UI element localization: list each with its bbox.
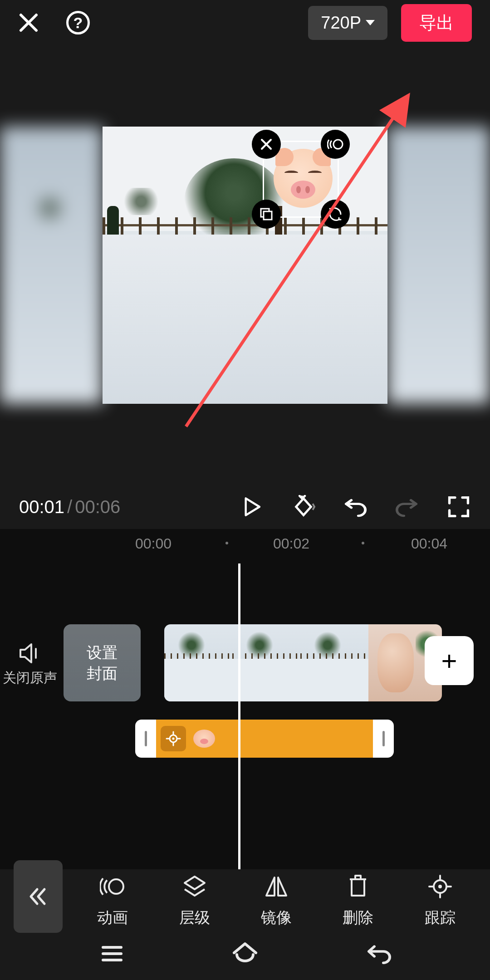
clip-thumbnail[interactable]: [300, 624, 368, 701]
tool-label: 动画: [97, 907, 128, 928]
tool-label: 跟踪: [425, 907, 456, 928]
redo-icon: [395, 495, 419, 519]
header: ? 720P 导出: [0, 0, 490, 45]
time-ruler[interactable]: 00:00 00:02 00:04: [0, 535, 490, 558]
back-icon: [363, 939, 392, 968]
system-nav-bar: [0, 927, 490, 980]
trash-icon: [345, 874, 371, 899]
tool-delete[interactable]: 删除: [343, 874, 373, 928]
tool-track[interactable]: 跟踪: [425, 874, 456, 928]
speaker-icon: [19, 643, 41, 663]
preview-blur-left: [0, 127, 103, 404]
menu-icon: [98, 939, 127, 968]
cover-label-line1: 设置: [87, 642, 118, 663]
animation-icon: [100, 874, 125, 899]
keyframe-icon: [292, 495, 315, 519]
sticker-clip-body[interactable]: [156, 720, 373, 758]
ruler-tick: 00:02: [273, 535, 309, 552]
sticker-selection-box[interactable]: [252, 130, 350, 229]
ruler-dot: [362, 542, 364, 544]
keyframe-button[interactable]: [291, 495, 316, 519]
play-button[interactable]: [240, 495, 264, 519]
redo-button[interactable]: [395, 495, 419, 519]
close-icon: [260, 137, 273, 151]
svg-point-5: [172, 738, 175, 740]
mirror-icon: [264, 874, 289, 899]
nav-recents-button[interactable]: [98, 939, 127, 968]
transport-bar: 00:01 / 00:06: [0, 486, 490, 527]
ruler-tick: 00:00: [135, 535, 172, 552]
play-icon: [241, 496, 263, 518]
fullscreen-icon: [448, 496, 470, 518]
mute-label: 关闭原声: [3, 669, 57, 687]
mute-original-audio-button[interactable]: 关闭原声: [3, 643, 57, 687]
ruler-tick: 00:04: [411, 535, 447, 552]
home-icon: [230, 939, 260, 968]
chevron-left-double-icon: [28, 887, 48, 906]
sticker-copy-handle[interactable]: [252, 200, 281, 229]
resolution-label: 720P: [321, 13, 361, 33]
time-total: 00:06: [75, 497, 120, 517]
tool-label: 层级: [179, 907, 210, 928]
playhead[interactable]: [238, 564, 240, 881]
time-current: 00:01: [19, 497, 64, 517]
tool-label: 镜像: [261, 907, 292, 928]
video-track[interactable]: [164, 624, 442, 701]
rotate-icon: [328, 207, 343, 221]
tracking-badge-icon: [161, 726, 186, 751]
layer-icon: [182, 874, 207, 899]
nav-home-button[interactable]: [230, 939, 260, 968]
chevron-down-icon: [366, 20, 375, 25]
tool-label: 删除: [343, 907, 373, 928]
bottom-toolbar: 动画 层级 镜像 删除 跟踪: [0, 869, 490, 933]
sticker-motion-handle[interactable]: [321, 130, 350, 159]
preview-blur-right: [387, 127, 490, 404]
ruler-dot: [225, 542, 228, 544]
svg-point-0: [333, 140, 343, 149]
export-button[interactable]: 导出: [401, 4, 472, 42]
pig-sticker[interactable]: [274, 149, 333, 208]
tool-animation[interactable]: 动画: [97, 874, 128, 928]
copy-icon: [259, 207, 274, 221]
svg-rect-2: [264, 211, 272, 220]
toolbar-collapse-button[interactable]: [14, 860, 63, 933]
set-cover-button[interactable]: 设置 封面: [64, 624, 141, 701]
preview-area[interactable]: [0, 127, 490, 404]
fullscreen-button[interactable]: [446, 495, 471, 519]
sticker-track-clip[interactable]: [135, 720, 394, 758]
svg-point-6: [109, 879, 123, 894]
tool-mirror[interactable]: 镜像: [261, 874, 292, 928]
time-separator: /: [67, 497, 72, 517]
undo-button[interactable]: [343, 495, 368, 519]
close-button[interactable]: [18, 12, 39, 33]
svg-point-8: [438, 885, 442, 888]
sticker-delete-handle[interactable]: [252, 130, 281, 159]
tool-layer[interactable]: 层级: [179, 874, 210, 928]
timeline[interactable]: 00:00 00:02 00:04 关闭原声 设置 封面 +: [0, 529, 490, 869]
clip-trim-right-handle[interactable]: [373, 720, 394, 758]
motion-icon: [327, 136, 343, 152]
help-button[interactable]: ?: [66, 11, 90, 34]
clip-thumbnail[interactable]: [232, 624, 300, 701]
undo-icon: [343, 495, 367, 519]
nav-back-button[interactable]: [363, 939, 392, 968]
add-clip-button[interactable]: +: [425, 636, 474, 685]
sticker-thumbnail-icon: [193, 730, 215, 748]
crosshair-icon: [427, 874, 453, 899]
clip-trim-left-handle[interactable]: [135, 720, 156, 758]
resolution-selector[interactable]: 720P: [308, 6, 387, 40]
cover-label-line2: 封面: [87, 663, 118, 684]
sticker-rotate-handle[interactable]: [321, 200, 350, 229]
clip-thumbnail[interactable]: [164, 624, 232, 701]
